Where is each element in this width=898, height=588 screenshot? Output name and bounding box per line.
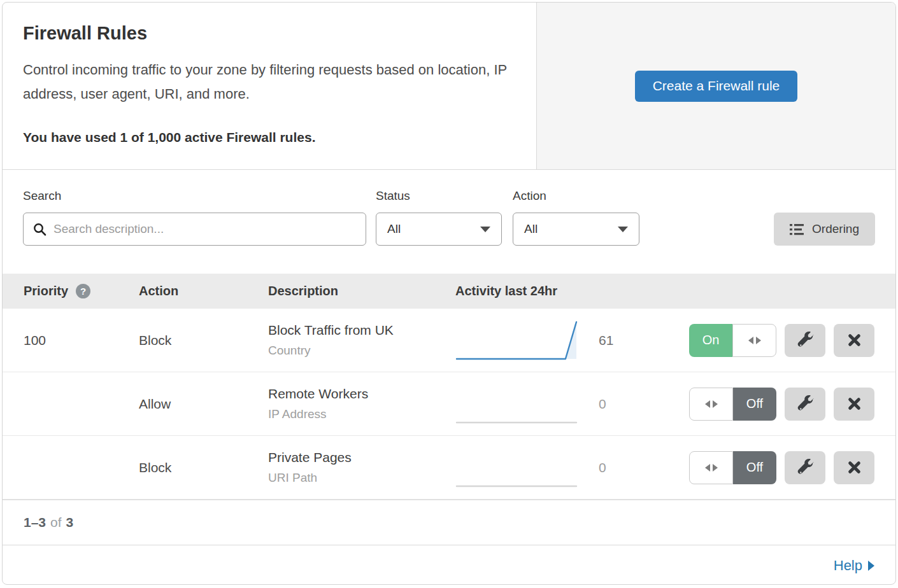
arrow-left-icon: [705, 400, 710, 408]
search-input[interactable]: [52, 221, 356, 237]
priority-help-icon[interactable]: ?: [76, 284, 90, 298]
action-filter-group: Action All: [513, 189, 639, 246]
sparkline-chart-icon: [455, 317, 583, 361]
sparkline-chart-icon: [455, 444, 583, 489]
pagination-range: 1–3: [24, 515, 46, 530]
column-action: Action: [139, 284, 268, 298]
rule-controls: Off: [689, 451, 874, 484]
action-select-value: All: [524, 222, 538, 236]
rule-description: Remote Workers IP Address: [268, 386, 455, 421]
arrow-left-icon: [748, 337, 753, 344]
rule-description-title: Remote Workers: [268, 386, 455, 402]
caret-right-icon: [868, 561, 874, 571]
wrench-icon: [797, 459, 814, 476]
rule-enabled-toggle[interactable]: On: [689, 324, 776, 357]
close-icon: [846, 459, 863, 476]
rule-description: Private Pages URI Path: [268, 450, 455, 485]
wrench-icon: [797, 332, 814, 349]
filter-bar: Search Status All Action All: [3, 170, 895, 274]
rule-description-title: Block Traffic from UK: [268, 323, 455, 338]
page-title: Firewall Rules: [23, 23, 516, 44]
edit-rule-button[interactable]: [785, 324, 825, 357]
rule-match-type: URI Path: [268, 471, 455, 485]
page-header-action-panel: Create a Firewall rule: [536, 3, 895, 169]
action-select[interactable]: All: [513, 213, 639, 246]
page-header: Firewall Rules Control incoming traffic …: [3, 3, 895, 170]
page-header-text: Firewall Rules Control incoming traffic …: [3, 3, 536, 169]
rules-table-body: 100 Block Block Traffic from UK Country …: [3, 309, 895, 500]
rule-description-title: Private Pages: [268, 450, 455, 465]
rule-controls: On: [689, 324, 874, 357]
chevron-down-icon: [480, 227, 490, 232]
delete-rule-button[interactable]: [834, 388, 874, 421]
sparkline-chart-icon: [455, 381, 583, 425]
close-icon: [846, 395, 863, 412]
toggle-state-label: Off: [733, 451, 776, 484]
rule-activity-value: 61: [586, 333, 640, 348]
rule-activity-value: 0: [586, 396, 640, 412]
toggle-handle-arrows-icon: [689, 388, 733, 421]
search-group: Search: [23, 189, 366, 246]
column-priority: Priority ?: [24, 284, 139, 298]
close-icon: [846, 332, 863, 349]
toggle-handle-arrows-icon: [732, 324, 776, 357]
search-icon: [33, 223, 46, 236]
toggle-state-label: Off: [733, 388, 776, 421]
rule-action: Allow: [139, 396, 268, 412]
wrench-icon: [797, 395, 814, 412]
rule-controls: Off: [689, 388, 874, 421]
ordering-button[interactable]: Ordering: [774, 213, 875, 246]
column-priority-label: Priority: [24, 284, 68, 298]
pagination-of-label: of: [50, 515, 62, 530]
rule-match-type: IP Address: [268, 407, 455, 421]
rule-priority: 100: [24, 333, 139, 348]
rule-description: Block Traffic from UK Country: [268, 323, 455, 358]
rule-action: Block: [139, 460, 268, 475]
list-ordering-icon: [790, 223, 804, 235]
rule-action: Block: [139, 333, 268, 348]
status-label: Status: [376, 189, 502, 203]
rule-enabled-toggle[interactable]: Off: [689, 388, 776, 421]
arrow-right-icon: [713, 400, 718, 408]
toggle-handle-arrows-icon: [689, 451, 733, 484]
edit-rule-button[interactable]: [785, 451, 825, 484]
help-link[interactable]: Help: [834, 557, 874, 574]
status-select-value: All: [387, 222, 401, 236]
table-row: 100 Block Block Traffic from UK Country …: [3, 309, 895, 372]
create-firewall-rule-button[interactable]: Create a Firewall rule: [635, 71, 798, 102]
arrow-right-icon: [756, 337, 761, 344]
table-row: Block Private Pages URI Path 0 Off: [3, 436, 895, 500]
rule-activity-sparkline: [455, 444, 586, 491]
column-description: Description: [268, 284, 455, 298]
usage-note: You have used 1 of 1,000 active Firewall…: [23, 130, 516, 145]
help-bar: Help: [3, 545, 895, 585]
firewall-rules-page: Firewall Rules Control incoming traffic …: [2, 2, 896, 585]
chevron-down-icon: [618, 227, 628, 232]
action-label: Action: [513, 189, 639, 203]
search-box: [23, 213, 366, 246]
column-activity: Activity last 24hr: [455, 284, 557, 298]
edit-rule-button[interactable]: [785, 388, 825, 421]
table-row: Allow Remote Workers IP Address 0 Off: [3, 372, 895, 436]
rule-activity-sparkline: [455, 317, 586, 364]
status-filter-group: Status All: [376, 189, 502, 246]
table-header: Priority ? Action Description Activity l…: [3, 274, 895, 309]
rule-match-type: Country: [268, 344, 455, 358]
pagination-total: 3: [66, 515, 74, 530]
delete-rule-button[interactable]: [834, 451, 874, 484]
toggle-state-label: On: [689, 324, 732, 357]
delete-rule-button[interactable]: [834, 324, 874, 357]
pagination-bar: 1–3 of 3: [3, 500, 895, 545]
page-description: Control incoming traffic to your zone by…: [23, 58, 513, 106]
arrow-right-icon: [713, 464, 718, 472]
status-select[interactable]: All: [376, 213, 502, 246]
rule-activity-value: 0: [586, 460, 640, 475]
rule-enabled-toggle[interactable]: Off: [689, 451, 776, 484]
rule-activity-sparkline: [455, 381, 586, 428]
search-label: Search: [23, 189, 366, 203]
ordering-button-label: Ordering: [812, 222, 859, 236]
help-link-label: Help: [834, 557, 862, 574]
arrow-left-icon: [705, 464, 710, 472]
